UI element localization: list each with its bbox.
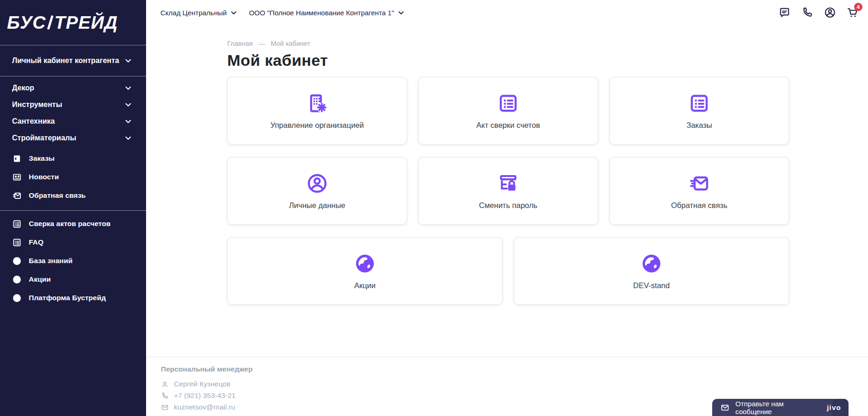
card-label: Заказы [686, 121, 712, 130]
cart-badge: 4 [854, 3, 862, 11]
menu-item-label: База знаний [29, 257, 72, 265]
profile-button[interactable] [824, 6, 836, 19]
news-icon [12, 172, 22, 182]
globe-icon [12, 275, 22, 284]
sidebar-categories: Декор Инструменты Сантехника Стройматери… [0, 76, 146, 146]
category-label: Сантехника [12, 117, 55, 126]
card-label: DEV-stand [633, 281, 670, 290]
sidebar: БУС ТРЕЙД Личный кабинет контрагента Дек… [0, 0, 146, 416]
door-icon [12, 154, 22, 164]
chevron-down-icon [125, 120, 131, 124]
sidebar-item-faq[interactable]: FAQ [0, 233, 146, 252]
warehouse-selector[interactable]: Склад Центральный [160, 9, 236, 17]
card-label: Обратная связь [671, 201, 728, 210]
sidebar-item-orders[interactable]: Заказы [0, 149, 146, 168]
sidebar-category-plumbing[interactable]: Сантехника [0, 113, 146, 130]
breadcrumb-home[interactable]: Главная [227, 40, 253, 47]
globe-icon [640, 252, 663, 275]
manager-name-row: Сергей Кузнецов [161, 379, 253, 389]
list-icon [497, 92, 519, 114]
mail-icon [161, 403, 169, 411]
cabinet-cards-grid: Управление организацией Акт сверки счето… [227, 77, 789, 305]
chat-widget[interactable]: Отправьте нам сообщение jivo [712, 399, 849, 416]
mail-icon [720, 403, 730, 412]
sidebar-item-reconciliation[interactable]: Сверка актов расчетов [0, 214, 146, 233]
page-title: Мой кабинет [227, 51, 868, 69]
menu-item-label: Платформа Бустрейд [29, 294, 106, 302]
category-label: Инструменты [12, 101, 62, 109]
card-personal-data[interactable]: Личные данные [227, 157, 407, 225]
breadcrumb-current: Мой кабинет [271, 40, 311, 47]
sidebar-item-feedback[interactable]: Обратная связь [0, 186, 146, 205]
category-label: Декор [12, 84, 34, 92]
manager-email[interactable]: kuznetsov@mail.ru [174, 403, 235, 411]
sidebar-category-building-materials[interactable]: Стройматериалы [0, 130, 146, 146]
card-change-password[interactable]: Сменить пароль [418, 157, 598, 225]
chevron-down-icon [398, 11, 404, 15]
sidebar-category-decor[interactable]: Декор [0, 80, 146, 96]
menu-item-label: FAQ [29, 238, 44, 246]
chevron-down-icon [125, 103, 131, 107]
mail-send-icon [12, 191, 22, 201]
card-label: Акции [354, 281, 376, 290]
menu-item-label: Акции [29, 275, 51, 284]
card-reconciliation-act[interactable]: Акт сверки счетов [418, 77, 598, 145]
card-label: Управление организацией [270, 121, 364, 130]
sidebar-item-platform[interactable]: Платформа Бустрейд [0, 289, 146, 307]
menu-item-label: Заказы [29, 154, 55, 163]
card-orders[interactable]: Заказы [609, 77, 789, 145]
chevron-down-icon [125, 136, 131, 140]
menu-item-label: Сверка актов расчетов [29, 220, 110, 228]
sidebar-item-promotions[interactable]: Акции [0, 270, 146, 289]
sidebar-item-news[interactable]: Новости [0, 168, 146, 186]
user-circle-icon [306, 172, 328, 195]
manager-phone[interactable]: +7 (921) 353-43-21 [174, 391, 236, 400]
contractor-selector[interactable]: ООО "Полное Наименование Контрагента 1" [249, 9, 404, 17]
chevron-down-icon [125, 59, 131, 63]
contractor-selector-label: ООО "Полное Наименование Контрагента 1" [249, 9, 394, 17]
list-icon [688, 92, 710, 114]
manager-name: Сергей Кузнецов [174, 380, 230, 388]
card-label: Акт сверки счетов [476, 121, 540, 130]
breadcrumb-separator: — [258, 40, 265, 47]
person-icon [161, 380, 169, 388]
globe-icon [12, 293, 22, 303]
building-gear-icon [306, 92, 328, 114]
card-promotions[interactable]: Акции [227, 237, 503, 305]
list-icon [12, 219, 22, 229]
chevron-down-icon [231, 11, 236, 15]
chat-button[interactable] [779, 6, 791, 19]
sidebar-category-tools[interactable]: Инструменты [0, 96, 146, 113]
chevron-down-icon [125, 86, 131, 90]
footer-divider [146, 357, 868, 357]
phone-button[interactable] [801, 6, 813, 19]
mail-send-icon [688, 172, 710, 195]
manager-email-row: kuznetsov@mail.ru [161, 403, 253, 412]
list-icon [12, 238, 22, 247]
cart-button[interactable]: 4 [847, 6, 859, 19]
warehouse-selector-label: Склад Центральный [160, 9, 227, 17]
logo-slash-decoration [47, 15, 54, 30]
brand-logo[interactable]: БУС ТРЕЙД [7, 13, 118, 33]
globe-icon [354, 252, 376, 275]
card-feedback[interactable]: Обратная связь [609, 157, 789, 225]
breadcrumb: Главная — Мой кабинет [227, 40, 868, 47]
sidebar-item-account-menu[interactable]: Личный кабинет контрагента [0, 45, 146, 76]
personal-manager-heading: Персональный менеджер [161, 365, 253, 373]
account-menu-label: Личный кабинет контрагента [12, 57, 119, 65]
menu-item-label: Обратная связь [29, 191, 86, 200]
sidebar-menu-secondary: Сверка актов расчетов FAQ База знаний Ак… [0, 211, 146, 307]
card-label: Сменить пароль [479, 201, 537, 210]
chat-widget-message: Отправьте нам сообщение [735, 400, 822, 416]
card-org-management[interactable]: Управление организацией [227, 77, 407, 145]
category-label: Стройматериалы [12, 134, 76, 142]
manager-phone-row: +7 (921) 353-43-21 [161, 391, 253, 400]
main-content: Главная — Мой кабинет Мой кабинет Управл… [146, 25, 868, 305]
topbar-actions: 4 [779, 6, 859, 19]
password-lock-icon [497, 172, 519, 195]
card-dev-stand[interactable]: DEV-stand [514, 237, 789, 305]
logo-block: БУС ТРЕЙД [0, 0, 146, 45]
brand-logo-right: ТРЕЙД [54, 13, 118, 33]
menu-item-label: Новости [29, 173, 59, 181]
sidebar-item-knowledge-base[interactable]: База знаний [0, 252, 146, 270]
